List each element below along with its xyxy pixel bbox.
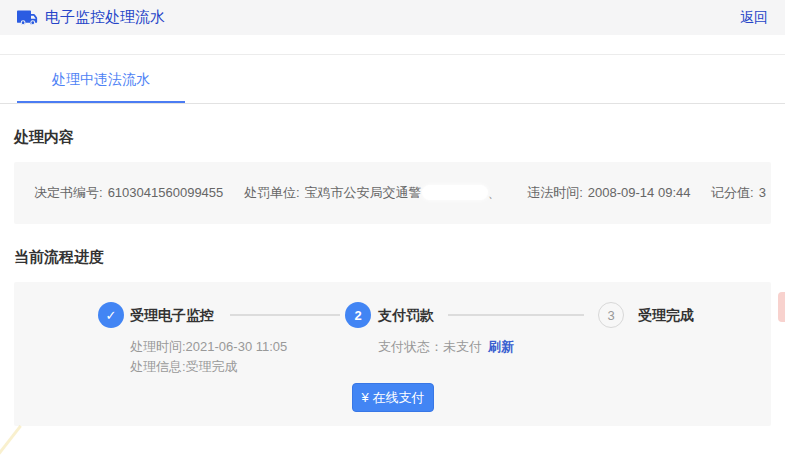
step2-number: 2 xyxy=(345,302,371,328)
section-title-progress: 当前流程进度 xyxy=(14,248,771,267)
online-pay-button[interactable]: ¥ 在线支付 xyxy=(352,383,434,412)
content-panel: 决定书编号:6103041560099455 处罚单位:宝鸡市公安局交通警、 违… xyxy=(14,162,771,224)
field-decision-number: 决定书编号:6103041560099455 xyxy=(34,185,223,200)
field-points: 记分值:3 xyxy=(711,185,766,200)
tab-bar: 处理中违法流水 xyxy=(0,54,785,104)
back-button[interactable]: 返回 xyxy=(740,9,768,27)
progress-panel: ✓ 受理电子监控 2 支付罚款 3 受理完成 处理时间:2021-06-30 1… xyxy=(14,282,771,426)
connector-1 xyxy=(230,314,340,316)
refresh-link[interactable]: 刷新 xyxy=(488,339,514,354)
section-title-content: 处理内容 xyxy=(14,128,771,147)
field-violation-time: 违法时间:2008-09-14 09:44 xyxy=(527,185,690,200)
floating-widget[interactable] xyxy=(778,292,785,322)
corner-watermark-artifact xyxy=(0,425,22,459)
step1-label: 受理电子监控 xyxy=(130,302,214,328)
step3-label: 受理完成 xyxy=(638,302,694,328)
step1-check-icon: ✓ xyxy=(98,302,124,328)
step1-details: 处理时间:2021-06-30 11:05 处理信息:受理完成 xyxy=(130,337,287,377)
header: 电子监控处理流水 返回 xyxy=(0,0,785,35)
payment-status-label: 支付状态：未支付 xyxy=(378,339,482,354)
connector-2 xyxy=(448,314,584,316)
step1-detail-time: 处理时间:2021-06-30 11:05 xyxy=(130,337,287,357)
page-title: 电子监控处理流水 xyxy=(45,8,165,27)
step2-label: 支付罚款 xyxy=(378,302,434,328)
truck-icon xyxy=(17,7,38,28)
step2-details: 支付状态：未支付刷新 xyxy=(378,337,514,357)
main-content: 处理内容 决定书编号:6103041560099455 处罚单位:宝鸡市公安局交… xyxy=(0,128,785,426)
step3-number: 3 xyxy=(598,302,624,328)
redacted-text-overlay xyxy=(422,185,488,200)
field-punish-unit: 处罚单位:宝鸡市公安局交通警、 xyxy=(244,185,507,200)
step1-detail-info: 处理信息:受理完成 xyxy=(130,357,287,377)
header-left: 电子监控处理流水 xyxy=(17,7,165,28)
tab-processing-violations[interactable]: 处理中违法流水 xyxy=(17,56,185,103)
